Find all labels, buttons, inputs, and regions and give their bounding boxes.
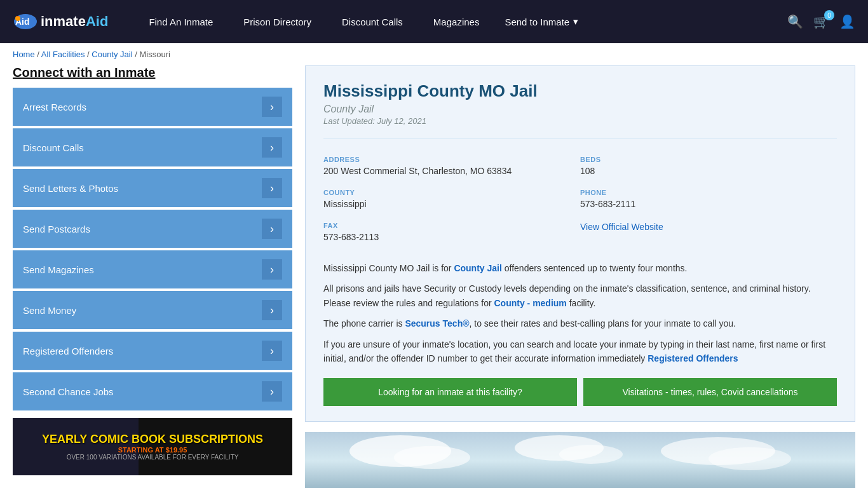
- breadcrumb-county-jail[interactable]: County Jail: [92, 50, 132, 59]
- facility-desc-4: If you are unsure of your inmate's locat…: [323, 337, 837, 366]
- county-jail-link[interactable]: County Jail: [454, 263, 501, 273]
- arrow-icon: ›: [262, 341, 282, 361]
- nav-discount-calls[interactable]: Discount Calls: [327, 0, 418, 43]
- cart-badge: 0: [824, 10, 834, 20]
- navigation: Aid inmateAid Find An Inmate Prison Dire…: [0, 0, 868, 43]
- arrow-icon: ›: [262, 219, 282, 239]
- sidebar-send-letters[interactable]: Send Letters & Photos ›: [13, 169, 292, 207]
- search-icon[interactable]: 🔍: [787, 14, 803, 29]
- breadcrumb-home[interactable]: Home: [13, 50, 35, 59]
- logo[interactable]: Aid inmateAid: [13, 12, 108, 31]
- address-cell: ADDRESS 200 West Commerial St, Charlesto…: [323, 149, 580, 182]
- beds-value: 108: [580, 166, 837, 176]
- fax-label: FAX: [323, 222, 580, 229]
- securus-link[interactable]: Securus Tech®: [405, 318, 469, 329]
- facility-desc-1: Mississippi County MO Jail is for County…: [323, 261, 837, 275]
- phone-cell: PHONE 573-683-2111: [580, 182, 837, 215]
- beds-cell: BEDS 108: [580, 149, 837, 182]
- svg-point-9: [559, 445, 623, 464]
- ad-title: YEARLY COMIC BOOK SUBSCRIPTIONS: [42, 433, 263, 446]
- website-link[interactable]: View Official Website: [580, 222, 663, 232]
- sidebar-discount-calls[interactable]: Discount Calls ›: [13, 128, 292, 166]
- find-inmate-btn[interactable]: Looking for an inmate at this facility?: [323, 378, 577, 406]
- facility-card: Mississippi County MO Jail County Jail L…: [305, 65, 855, 422]
- sidebar-send-money[interactable]: Send Money ›: [13, 291, 292, 329]
- facility-updated: Last Updated: July 12, 2021: [323, 116, 837, 126]
- nav-links: Find An Inmate Prison Directory Discount…: [133, 0, 787, 43]
- main-container: Connect with an Inmate Arrest Records › …: [0, 65, 868, 488]
- sidebar-registered-offenders[interactable]: Registered Offenders ›: [13, 332, 292, 370]
- info-grid: ADDRESS 200 West Commerial St, Charlesto…: [323, 139, 837, 248]
- nav-icons: 🔍 🛒 0 👤: [787, 14, 855, 29]
- facility-desc-2: All prisons and jails have Security or C…: [323, 281, 837, 310]
- arrow-icon: ›: [262, 137, 282, 158]
- ad-note: OVER 100 VARIATIONS AVAILABLE FOR EVERY …: [42, 454, 263, 461]
- logo-text: inmateAid: [41, 13, 108, 30]
- visitations-btn[interactable]: Visitations - times, rules, Covid cancel…: [583, 378, 837, 406]
- county-label: COUNTY: [323, 189, 580, 196]
- svg-point-11: [709, 447, 791, 470]
- county-medium-link[interactable]: County - medium: [494, 298, 566, 308]
- address-value: 200 West Commerial St, Charleston, MO 63…: [323, 166, 580, 176]
- breadcrumb-state: Missouri: [139, 50, 170, 59]
- arrow-icon: ›: [262, 97, 282, 117]
- nav-send-to-inmate[interactable]: Send to Inmate ▾: [494, 0, 588, 43]
- nav-find-inmate[interactable]: Find An Inmate: [133, 0, 228, 43]
- registered-offenders-link[interactable]: Registered Offenders: [648, 353, 738, 363]
- sidebar: Connect with an Inmate Arrest Records › …: [13, 65, 292, 488]
- facility-image: [305, 432, 855, 488]
- phone-value: 573-683-2111: [580, 199, 837, 209]
- sidebar-send-postcards[interactable]: Send Postcards ›: [13, 210, 292, 248]
- fax-cell: FAX 573-683-2113: [323, 215, 580, 248]
- facility-desc-3: The phone carrier is Securus Tech®, to s…: [323, 316, 837, 330]
- cart-icon[interactable]: 🛒 0: [813, 14, 829, 29]
- website-cell: View Official Website: [580, 215, 837, 248]
- sidebar-title: Connect with an Inmate: [13, 65, 292, 80]
- county-cell: COUNTY Mississippi: [323, 182, 580, 215]
- sidebar-arrest-records[interactable]: Arrest Records ›: [13, 88, 292, 126]
- facility-type: County Jail: [323, 104, 837, 115]
- breadcrumb-all-facilities[interactable]: All Facilities: [41, 50, 85, 59]
- fax-value: 573-683-2113: [323, 232, 580, 242]
- arrow-icon: ›: [262, 381, 282, 402]
- nav-magazines[interactable]: Magazines: [418, 0, 495, 43]
- arrow-icon: ›: [262, 259, 282, 280]
- action-buttons: Looking for an inmate at this facility? …: [323, 378, 837, 406]
- phone-label: PHONE: [580, 189, 837, 196]
- arrow-icon: ›: [262, 178, 282, 198]
- sidebar-send-magazines[interactable]: Send Magazines ›: [13, 250, 292, 288]
- facility-name: Mississippi County MO Jail: [323, 81, 837, 101]
- breadcrumb: Home / All Facilities / County Jail / Mi…: [0, 43, 868, 65]
- ad-subtitle: STARTING AT $19.95: [42, 446, 263, 454]
- address-label: ADDRESS: [323, 156, 580, 163]
- sidebar-ad[interactable]: YEARLY COMIC BOOK SUBSCRIPTIONS STARTING…: [13, 418, 292, 475]
- nav-prison-directory[interactable]: Prison Directory: [228, 0, 327, 43]
- county-value: Mississippi: [323, 199, 580, 209]
- arrow-icon: ›: [262, 300, 282, 320]
- svg-point-7: [394, 446, 470, 469]
- content-area: Mississippi County MO Jail County Jail L…: [305, 65, 855, 488]
- sidebar-second-chance-jobs[interactable]: Second Chance Jobs ›: [13, 372, 292, 410]
- beds-label: BEDS: [580, 156, 837, 163]
- user-icon[interactable]: 👤: [839, 14, 855, 29]
